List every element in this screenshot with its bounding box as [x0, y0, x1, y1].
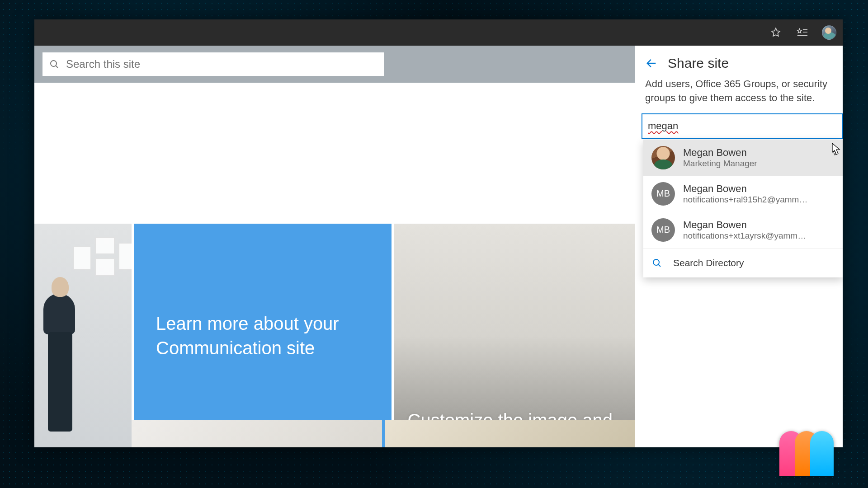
search-icon — [651, 258, 662, 268]
hero-tiles: Learn more about your Communication site… — [34, 224, 635, 447]
share-panel-title: Share site — [668, 56, 729, 71]
suggestion-name: Megan Bowen — [683, 219, 806, 231]
page-body: Learn more about your Communication site… — [34, 83, 635, 447]
suggestion-name: Megan Bowen — [683, 183, 807, 195]
people-suggestion[interactable]: Megan Bowen Marketing Manager — [643, 140, 843, 176]
site-search-input[interactable]: Search this site — [42, 52, 384, 76]
suggestion-subtitle: notifications+xt1ayrsk@yamm… — [683, 231, 806, 241]
main-content: Search this site Learn more about your C… — [34, 46, 635, 447]
suggestion-name: Megan Bowen — [683, 147, 757, 159]
people-suggestion[interactable]: MB Megan Bowen notifications+ral915h2@ya… — [643, 176, 843, 212]
brand-logo-icon — [782, 431, 854, 481]
svg-line-7 — [658, 264, 660, 267]
hero-center-text: Learn more about your Communication site — [156, 311, 370, 360]
browser-window: Search this site Learn more about your C… — [34, 19, 843, 447]
people-suggestion[interactable]: MB Megan Bowen notifications+xt1ayrsk@ya… — [643, 212, 843, 248]
people-picker-value: megan — [648, 120, 678, 132]
search-directory-button[interactable]: Search Directory — [643, 248, 843, 277]
people-suggestions-dropdown: Megan Bowen Marketing Manager MB Megan B… — [643, 140, 843, 277]
hero-tile-center[interactable]: Learn more about your Communication site — [134, 224, 392, 447]
search-directory-label: Search Directory — [673, 258, 744, 268]
avatar-initials-icon: MB — [651, 182, 675, 206]
people-picker-input[interactable]: megan — [642, 113, 843, 139]
avatar-initials-icon: MB — [651, 218, 675, 242]
gallery-decor — [73, 237, 132, 300]
favorites-list-icon[interactable] — [796, 26, 808, 39]
site-search-placeholder: Search this site — [66, 58, 140, 70]
avatar-photo-icon — [651, 146, 675, 169]
profile-avatar-icon[interactable] — [822, 25, 836, 40]
back-arrow-icon[interactable] — [645, 57, 658, 70]
svg-point-6 — [653, 259, 659, 265]
hero-thumbnails — [132, 420, 635, 447]
favorite-star-icon[interactable] — [769, 26, 782, 39]
svg-line-4 — [56, 66, 58, 68]
suggestion-subtitle: Marketing Manager — [683, 159, 757, 169]
hero-thumb[interactable] — [385, 420, 635, 447]
suggestion-subtitle: notifications+ral915h2@yamm… — [683, 195, 807, 205]
svg-point-3 — [51, 61, 57, 66]
hero-tile-left[interactable] — [34, 224, 132, 447]
hero-thumb[interactable] — [132, 420, 382, 447]
hero-tile-right[interactable]: Customize the image and li — [394, 224, 635, 447]
search-icon — [49, 59, 60, 70]
site-header: Search this site — [34, 46, 635, 83]
share-panel-description: Add users, Office 365 Groups, or securit… — [635, 77, 843, 113]
share-site-panel: Share site Add users, Office 365 Groups,… — [635, 46, 843, 447]
browser-titlebar — [34, 19, 843, 46]
